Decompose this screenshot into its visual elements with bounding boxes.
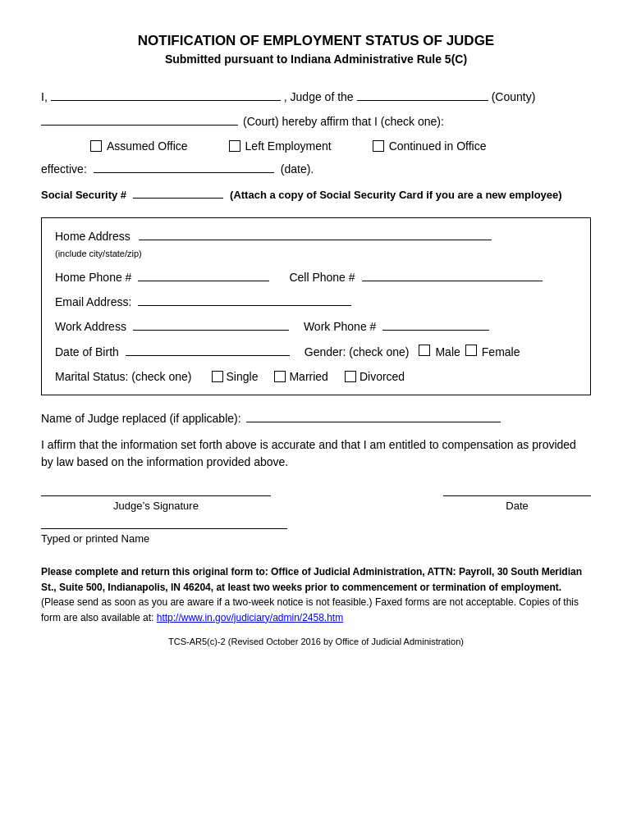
continued-office-label: Continued in Office [389,139,487,153]
footer-link[interactable]: http://www.in.gov/judiciary/admin/2458.h… [157,612,343,623]
form-title: NOTIFICATION OF EMPLOYMENT STATUS OF JUD… [41,33,591,49]
gender-female-checkbox[interactable] [465,345,477,356]
effective-date-line[interactable] [94,172,274,173]
assumed-office-item: Assumed Office [90,139,188,153]
personal-info-section: Home Address (include city/state/zip) Ho… [41,217,591,395]
email-label: Email Address: [55,295,131,308]
signature-row: Judge’s Signature Date [41,495,591,512]
cell-phone-line[interactable] [362,281,543,281]
work-address-label: Work Address [55,320,126,333]
assumed-office-label: Assumed Office [107,139,188,153]
marital-married-label: Married [289,370,327,383]
dob-gender-row: Date of Birth Gender: (check one) Male F… [55,345,577,358]
email-line[interactable] [138,305,351,306]
county-name-line[interactable] [357,100,488,101]
dob-label: Date of Birth [55,345,119,358]
judge-of-label: , Judge of the [284,90,354,103]
ssn-label: Social Security # [41,189,126,201]
court-label: (Court) hereby affirm that I (check one)… [243,115,444,128]
gender-male-label: Male [435,345,460,358]
name-replaced-label: Name of Judge replaced (if applicable): [41,412,241,425]
include-note: (include city/state/zip) [55,249,142,258]
court-row: (Court) hereby affirm that I (check one)… [41,115,591,128]
marital-label: Marital Status: (check one) [55,370,192,383]
gender-male-checkbox[interactable] [419,345,430,356]
effective-row: effective: (date). [41,162,591,176]
work-address-line[interactable] [133,330,289,331]
judge-name-line[interactable] [51,100,281,101]
left-employment-label: Left Employment [245,139,332,153]
divorced-item: Divorced [345,370,405,383]
date-signature-label: Date [506,500,528,512]
ssn-row: Social Security # (Attach a copy of Soci… [41,189,591,201]
affirm-text: I affirm that the information set forth … [41,436,591,471]
court-line[interactable] [41,125,238,126]
marital-single-label: Single [227,370,259,383]
gender-female-label: Female [482,345,520,358]
marital-divorced-label: Divorced [360,370,405,383]
marital-divorced-checkbox[interactable] [345,371,356,382]
left-employment-item: Left Employment [229,139,332,153]
effective-label: effective: [41,162,87,176]
home-address-line[interactable] [139,240,492,240]
date-signature-block: Date [443,495,591,512]
email-row: Email Address: [55,295,577,308]
include-note-row: (include city/state/zip) [55,246,577,259]
footer-section: Please complete and return this original… [41,564,591,625]
work-phone-line[interactable] [382,330,489,331]
home-phone-line[interactable] [138,281,269,281]
footer-bold-text: Please complete and return this original… [41,566,582,593]
married-item: Married [274,370,327,383]
work-address-row: Work Address Work Phone # [55,320,577,333]
judge-signature-label: Judge’s Signature [113,500,199,512]
assumed-office-checkbox[interactable] [90,140,102,152]
marital-single-checkbox[interactable] [212,371,223,382]
county-label: (County) [492,90,536,103]
marital-married-checkbox[interactable] [274,371,286,382]
form-subtitle: Submitted pursuant to Indiana Administra… [41,52,591,66]
continued-office-item: Continued in Office [373,139,487,153]
ssn-note: (Attach a copy of Social Security Card i… [230,189,562,201]
home-phone-label: Home Phone # [55,271,131,284]
cell-phone-label: Cell Phone # [289,271,355,284]
dob-line[interactable] [126,355,290,356]
i-label: I, [41,90,48,103]
work-phone-label: Work Phone # [304,320,376,333]
home-address-label: Home Address [55,230,131,243]
judge-signature-block: Judge’s Signature [41,495,271,512]
typed-name-block: Typed or printed Name [41,528,591,545]
continued-office-checkbox[interactable] [373,140,384,152]
typed-name-line[interactable] [41,528,287,529]
ssn-line[interactable] [133,198,223,199]
gender-label: Gender: (check one) [305,345,410,358]
footer-revision: TCS-AR5(c)-2 (Revised October 2016 by Of… [41,637,591,646]
name-replaced-row: Name of Judge replaced (if applicable): [41,412,591,425]
date-label: (date). [281,162,314,176]
home-address-row: Home Address [55,230,577,243]
judge-signature-line[interactable] [41,495,271,496]
single-item: Single [212,370,259,383]
status-checkbox-row: Assumed Office Left Employment Continued… [41,139,591,153]
left-employment-checkbox[interactable] [229,140,240,152]
marital-row: Marital Status: (check one) Single Marri… [55,370,577,383]
judge-name-row: I, , Judge of the (County) [41,90,591,103]
typed-name-label: Typed or printed Name [41,532,149,545]
date-signature-line[interactable] [443,495,591,496]
phone-row: Home Phone # Cell Phone # [55,271,577,284]
name-replaced-line[interactable] [246,422,501,422]
